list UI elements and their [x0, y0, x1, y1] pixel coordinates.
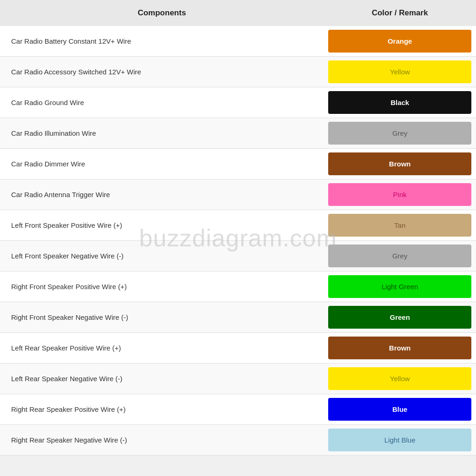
- table-row: Car Radio Accessory Switched 12V+ WireYe…: [0, 57, 476, 87]
- table-row: Car Radio Battery Constant 12V+ WireOran…: [0, 26, 476, 57]
- table-row: Left Rear Speaker Negative Wire (-)Yello…: [0, 364, 476, 394]
- color-cell: Yellow: [324, 57, 476, 87]
- color-cell: Grey: [324, 118, 476, 149]
- color-cell: Pink: [324, 179, 476, 210]
- component-cell: Car Radio Illumination Wire: [0, 118, 324, 149]
- color-badge: Pink: [328, 183, 471, 206]
- component-cell: Car Radio Dimmer Wire: [0, 149, 324, 179]
- color-cell: Grey: [324, 241, 476, 271]
- table-header-row: Components Color / Remark: [0, 0, 476, 26]
- color-badge: Grey: [328, 122, 471, 145]
- color-badge: Yellow: [328, 60, 471, 83]
- component-cell: Right Rear Speaker Positive Wire (+): [0, 394, 324, 425]
- color-badge: Blue: [328, 398, 471, 421]
- color-badge: Tan: [328, 214, 471, 237]
- color-badge: Brown: [328, 337, 471, 359]
- table-row: Left Rear Speaker Positive Wire (+)Brown: [0, 333, 476, 364]
- header-color-remark: Color / Remark: [324, 0, 476, 26]
- color-cell: Light Green: [324, 271, 476, 302]
- page-container: buzzdiagram.com Components Color / Remar…: [0, 0, 476, 456]
- color-badge: Light Blue: [328, 429, 471, 451]
- table-row: Car Radio Dimmer WireBrown: [0, 149, 476, 179]
- color-cell: Light Blue: [324, 425, 476, 456]
- component-cell: Car Radio Ground Wire: [0, 87, 324, 118]
- color-cell: Black: [324, 87, 476, 118]
- table-row: Right Rear Speaker Negative Wire (-)Ligh…: [0, 425, 476, 456]
- color-badge: Orange: [328, 30, 471, 53]
- color-cell: Orange: [324, 26, 476, 57]
- table-row: Right Rear Speaker Positive Wire (+)Blue: [0, 394, 476, 425]
- color-badge: Yellow: [328, 367, 471, 390]
- component-cell: Left Rear Speaker Negative Wire (-): [0, 364, 324, 394]
- component-cell: Right Front Speaker Positive Wire (+): [0, 271, 324, 302]
- table-row: Left Front Speaker Negative Wire (-)Grey: [0, 241, 476, 271]
- component-cell: Right Front Speaker Negative Wire (-): [0, 302, 324, 333]
- color-cell: Green: [324, 302, 476, 333]
- table-row: Car Radio Ground WireBlack: [0, 87, 476, 118]
- header-components: Components: [0, 0, 324, 26]
- color-cell: Blue: [324, 394, 476, 425]
- component-cell: Left Rear Speaker Positive Wire (+): [0, 333, 324, 364]
- component-cell: Car Radio Accessory Switched 12V+ Wire: [0, 57, 324, 87]
- table-row: Left Front Speaker Positive Wire (+)Tan: [0, 210, 476, 241]
- color-cell: Yellow: [324, 364, 476, 394]
- table-row: Right Front Speaker Positive Wire (+)Lig…: [0, 271, 476, 302]
- table-row: Car Radio Antenna Trigger WirePink: [0, 179, 476, 210]
- wiring-table: Components Color / Remark Car Radio Batt…: [0, 0, 476, 456]
- component-cell: Right Rear Speaker Negative Wire (-): [0, 425, 324, 456]
- component-cell: Left Front Speaker Negative Wire (-): [0, 241, 324, 271]
- color-badge: Grey: [328, 245, 471, 267]
- color-cell: Tan: [324, 210, 476, 241]
- table-row: Right Front Speaker Negative Wire (-)Gre…: [0, 302, 476, 333]
- component-cell: Car Radio Battery Constant 12V+ Wire: [0, 26, 324, 57]
- component-cell: Left Front Speaker Positive Wire (+): [0, 210, 324, 241]
- color-badge: Light Green: [328, 275, 471, 298]
- component-cell: Car Radio Antenna Trigger Wire: [0, 179, 324, 210]
- color-badge: Brown: [328, 152, 471, 175]
- table-row: Car Radio Illumination WireGrey: [0, 118, 476, 149]
- color-cell: Brown: [324, 333, 476, 364]
- color-badge: Green: [328, 306, 471, 329]
- color-cell: Brown: [324, 149, 476, 179]
- color-badge: Black: [328, 91, 471, 114]
